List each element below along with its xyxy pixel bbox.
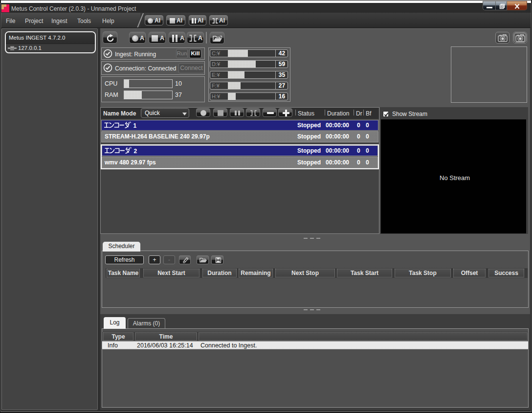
svg-text:1: 1 [133, 122, 137, 129]
svg-text:2: 2 [134, 148, 137, 155]
